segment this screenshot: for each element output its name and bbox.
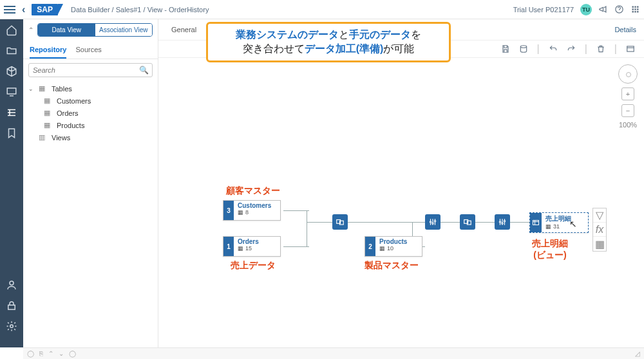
help-icon[interactable] [614, 5, 624, 14]
sb-up-icon[interactable]: ⌃ [48, 350, 53, 357]
svg-rect-10 [7, 88, 16, 94]
avatar[interactable]: TU [580, 4, 592, 15]
gear-icon[interactable] [6, 320, 17, 332]
node-orders[interactable]: 1 Orders ▦15 [223, 236, 281, 257]
filter-op-2[interactable] [495, 214, 510, 230]
join-op-2[interactable] [460, 214, 475, 230]
svg-rect-2 [634, 6, 636, 8]
columns-icon: ▦ [238, 245, 243, 252]
table-icon: ▦ [44, 121, 53, 129]
svg-point-24 [502, 223, 503, 224]
tree-item-label: Products [57, 122, 84, 129]
search-input[interactable] [28, 63, 153, 77]
zoom-out-button[interactable]: − [621, 104, 634, 117]
details-link[interactable]: Details [614, 26, 636, 33]
sb-resize-icon[interactable]: ◿ [635, 350, 640, 357]
tree-tables[interactable]: ⌄ ▦ Tables [27, 82, 154, 95]
canvas-area: General Details | | | 3 Customers ▦8 [158, 19, 644, 347]
join-op-1[interactable] [332, 214, 348, 230]
screen-icon[interactable] [6, 86, 17, 98]
pan-joystick[interactable] [618, 64, 638, 84]
back-button[interactable]: ‹ [19, 4, 28, 15]
zoom-in-button[interactable]: + [621, 87, 634, 100]
svg-rect-6 [637, 8, 639, 10]
segment-data-view[interactable]: Data View [38, 24, 95, 36]
tab-sources[interactable]: Sources [75, 43, 101, 59]
tree-item-orders[interactable]: ▦ Orders [27, 107, 154, 119]
svg-point-14 [520, 46, 526, 48]
annot-orders: 売上データ [231, 260, 276, 272]
svg-rect-12 [8, 305, 15, 309]
apps-icon[interactable] [630, 5, 640, 14]
menu-button[interactable] [4, 4, 15, 15]
node-side-tools: ▽ fx ▦ [592, 208, 607, 252]
bookmark-icon[interactable] [6, 127, 17, 139]
node-count: 10 [387, 245, 393, 252]
cursor-icon: ↖ [569, 219, 577, 229]
save-icon[interactable] [501, 44, 510, 53]
svg-rect-26 [533, 221, 539, 225]
folder-icon[interactable] [6, 45, 17, 57]
sb-circle-icon[interactable]: ◯ [27, 350, 34, 357]
home-icon[interactable] [6, 24, 17, 36]
callout-text: が可能 [383, 43, 414, 54]
tree-item-label: Orders [57, 109, 79, 117]
sap-logo: SAP [32, 4, 58, 15]
undo-icon[interactable] [549, 44, 558, 53]
tree-item-products[interactable]: ▦ Products [27, 119, 154, 131]
sb-down-icon[interactable]: ⌄ [59, 350, 64, 357]
sb-close-icon[interactable]: ◯ [69, 350, 76, 357]
fx-icon[interactable]: fx [593, 223, 606, 237]
svg-rect-15 [627, 46, 634, 51]
tree-item-customers[interactable]: ▦ Customers [27, 95, 154, 107]
edge [475, 222, 495, 223]
edge [307, 210, 307, 246]
segment-association-view[interactable]: Association View [95, 24, 153, 36]
svg-rect-9 [637, 11, 639, 13]
sb-doc-icon[interactable]: ⎘ [39, 350, 43, 357]
delete-icon[interactable] [596, 44, 605, 53]
callout-text: 業務システムのデータ [236, 29, 339, 40]
svg-point-25 [504, 221, 505, 222]
person-icon[interactable] [6, 279, 17, 291]
annot-customers: 顧客マスター [226, 185, 280, 197]
edge [307, 222, 332, 223]
search-icon[interactable]: 🔍 [139, 66, 149, 75]
node-customers[interactable]: 3 Customers ▦8 [223, 200, 281, 221]
tab-general[interactable]: General [166, 22, 202, 37]
table-group-icon: ▦ [39, 84, 48, 93]
node-title: 売上明細 [545, 214, 583, 223]
canvas[interactable]: 3 Customers ▦8 1 Orders ▦15 2 Products ▦… [158, 58, 644, 347]
breadcrumb[interactable]: Data Builder / Sales#1 / View - OrderHis… [71, 6, 209, 14]
callout-box: 業務システムのデータと手元のデータを 突き合わせてデータ加工(準備)が可能 [206, 22, 451, 62]
annot-output-l1: 売上明細 [532, 238, 568, 250]
svg-rect-1 [632, 6, 634, 8]
columns-icon: ▦ [545, 223, 551, 230]
left-rail [0, 19, 23, 347]
output-icon [530, 213, 542, 232]
status-bar: ◯ ⎘ ⌃ ⌄ ◯ ◿ [23, 347, 644, 359]
filter-op[interactable] [425, 214, 440, 230]
canvas-nav: + − 100% [618, 64, 638, 129]
user-label: Trial User P021177 [513, 6, 574, 14]
data-builder-icon[interactable] [6, 107, 17, 118]
collapse-caret-icon[interactable]: ⌃ [28, 26, 33, 33]
edge [348, 222, 412, 223]
edge [510, 222, 529, 223]
redo-icon[interactable] [567, 44, 576, 53]
megaphone-icon[interactable] [598, 5, 608, 14]
deploy-icon[interactable] [519, 44, 528, 53]
cube-icon[interactable] [6, 66, 17, 77]
callout-text: データ加工(準備) [305, 43, 384, 54]
node-products[interactable]: 2 Products ▦10 [365, 236, 422, 257]
tree-views[interactable]: ▥ Views [27, 131, 154, 143]
grid-icon[interactable]: ▦ [593, 237, 606, 251]
tab-repository[interactable]: Repository [30, 43, 66, 59]
filter-icon[interactable]: ▽ [593, 208, 606, 223]
node-count: 15 [245, 245, 252, 252]
table-icon: ▦ [44, 109, 53, 117]
node-output[interactable]: 売上明細 ▦31 [529, 212, 589, 233]
lock-icon[interactable] [6, 300, 17, 311]
annot-output-l2: (ビュー) [532, 250, 568, 261]
preview-icon[interactable] [626, 44, 635, 53]
